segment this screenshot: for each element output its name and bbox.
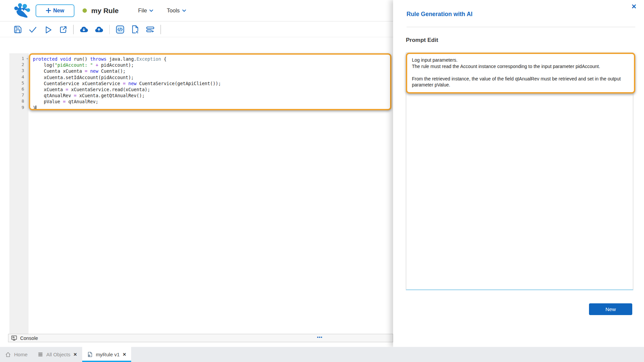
close-icon[interactable]: ✕ [122, 352, 126, 357]
run-button[interactable] [40, 22, 55, 37]
check-icon [28, 25, 37, 34]
console-label: Console [20, 336, 38, 341]
code-line: xCuenta = xCuentaService.read(xCuenta); [33, 86, 390, 93]
line-number: 8 [9, 98, 29, 104]
line-number: 7 [9, 92, 29, 98]
app-logo [13, 2, 31, 19]
new-button-label: New [53, 8, 64, 14]
text-cursor [36, 106, 36, 110]
cloud-upload-button[interactable] [92, 22, 107, 37]
tab-all-objects[interactable]: All Objects ✕ [33, 347, 82, 362]
code-line: qtAnualRev = xCuenta.getQtAnualRev(); [33, 93, 390, 99]
line-number: 2 [9, 62, 29, 68]
toolbar-separator [109, 25, 110, 34]
console-bar[interactable]: Console ••• [8, 334, 393, 342]
prompt-edit-box[interactable]: Log input parameters. The rule must read… [406, 53, 635, 94]
validate-button[interactable] [25, 22, 40, 37]
file-run-button[interactable] [127, 22, 143, 37]
file-menu[interactable]: File [138, 7, 154, 14]
tools-menu[interactable]: Tools [167, 7, 186, 14]
export-button[interactable] [55, 22, 70, 37]
line-number: 9 [9, 105, 29, 111]
chevron-down-icon [182, 9, 186, 12]
rule-file-icon [87, 352, 93, 357]
console-drag-handle[interactable]: ••• [317, 335, 323, 340]
code-line: pValue = qtAnualRev; [33, 99, 390, 105]
line-number: 4 [9, 74, 29, 80]
plus-icon [46, 8, 51, 13]
file-run-icon [130, 25, 140, 34]
save-button[interactable] [10, 22, 25, 37]
line-number: 5 [9, 80, 29, 86]
prompt-edit-label: Prompt Edit [406, 37, 438, 44]
code-icon [115, 25, 125, 34]
generate-new-button[interactable]: New [589, 303, 632, 315]
ai-rule-panel: ✕ Rule Generation with AI Prompt Edit Lo… [393, 0, 644, 347]
code-line: log("pidAccount: " + pidAccount); [33, 62, 390, 68]
stack-icon [38, 352, 43, 357]
home-icon [5, 352, 11, 358]
code-line: Cuenta xCuenta = new Cuenta(); [33, 68, 390, 74]
play-icon [44, 25, 52, 34]
new-object-button[interactable]: New [36, 4, 74, 17]
file-menu-label: File [138, 7, 147, 14]
tab-myrule-active[interactable]: myRule v1 ✕ [82, 347, 131, 362]
code-view-button[interactable] [112, 22, 127, 37]
code-editor[interactable]: protected void run() throws java.lang.Ex… [29, 53, 391, 110]
code-line: protected void run() throws java.lang.Ex… [33, 56, 390, 62]
tab-all-objects-label: All Objects [46, 352, 70, 357]
line-number: 6 [9, 86, 29, 92]
line-number: 3 [9, 68, 29, 74]
rules-run-icon [146, 25, 155, 34]
status-dot [83, 8, 87, 13]
cloud-download-button[interactable] [76, 22, 92, 37]
save-icon [13, 25, 22, 34]
panel-title: Rule Generation with AI [407, 11, 473, 18]
rules-run-button[interactable] [143, 22, 158, 37]
close-icon[interactable]: ✕ [631, 3, 637, 10]
document-title: my Rule [91, 7, 119, 15]
tab-home-label: Home [14, 352, 28, 357]
fold-arrow-icon[interactable]: ▾ [26, 56, 28, 62]
console-icon [11, 335, 17, 341]
line-number-gutter: 1▾23456789 [9, 53, 29, 334]
code-line: xCuenta.setIdAccount(pidAccount); [33, 74, 390, 80]
open-in-new-icon [59, 25, 67, 34]
cloud-upload-icon [94, 25, 104, 34]
cloud-download-icon [79, 25, 89, 34]
chevron-down-icon [149, 9, 153, 12]
panel-divider [407, 27, 635, 27]
tab-home[interactable]: Home [0, 347, 33, 362]
tools-menu-label: Tools [167, 7, 180, 14]
close-icon[interactable]: ✕ [73, 352, 77, 357]
toolbar-separator [160, 25, 161, 34]
code-line: } [33, 105, 390, 111]
line-number: 1▾ [9, 56, 29, 62]
toolbar-separator [73, 25, 74, 34]
code-line: CuentaService xCuentaService = new Cuent… [33, 80, 390, 86]
tab-myrule-label: myRule v1 [96, 352, 120, 357]
bottom-tab-bar: Home All Objects ✕ myRule v1 ✕ [0, 347, 644, 362]
